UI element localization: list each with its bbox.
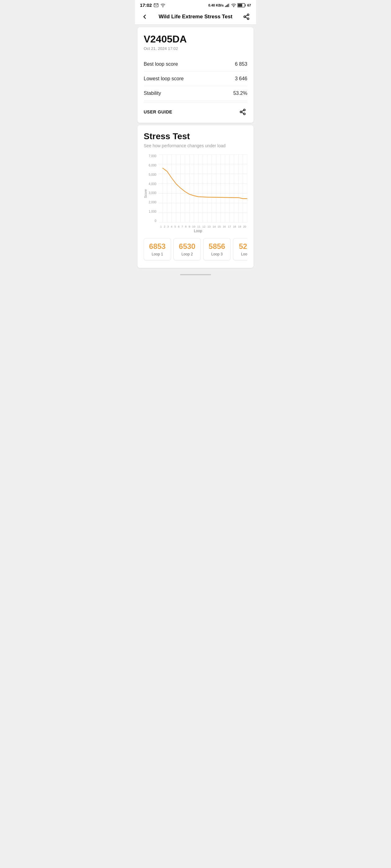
best-loop-row: Best loop score 6 853 (144, 57, 247, 72)
battery-level: 67 (247, 3, 251, 7)
share-icon-card (239, 108, 246, 115)
svg-line-20 (242, 111, 244, 112)
svg-rect-9 (245, 4, 246, 6)
wifi-alt-icon (161, 3, 165, 8)
status-time: 17:02 (140, 2, 152, 8)
svg-line-14 (246, 17, 247, 18)
signal-icon (225, 3, 230, 7)
loop-2-score: 6530 (177, 242, 197, 251)
email-icon (153, 3, 159, 8)
status-right: 0.40 KB/s 67 (208, 3, 251, 7)
svg-point-1 (163, 6, 163, 7)
best-loop-value: 6 853 (235, 61, 247, 67)
loop-1-label: Loop 1 (147, 252, 168, 256)
stability-row: Stability 53.2% (144, 86, 247, 101)
stress-test-subtitle: See how performance changes under load (144, 143, 247, 148)
loop-4-score: 52… (236, 242, 247, 251)
loop-4-label: Loop 4 (236, 252, 247, 256)
svg-rect-3 (226, 5, 226, 7)
loop-card-2: 6530 Loop 2 (173, 238, 201, 260)
svg-rect-6 (229, 3, 230, 7)
svg-rect-2 (225, 6, 226, 7)
y-axis-ticks: 7,000 6,000 5,000 4,000 3,000 2,000 1,00… (149, 154, 158, 223)
device-name: V2405DA (144, 33, 247, 45)
back-button[interactable] (140, 12, 149, 21)
user-guide-row[interactable]: USER GUIDE (144, 102, 247, 117)
svg-point-7 (233, 7, 234, 7)
device-info-card: V2405DA Oct 21, 2024 17:02 Best loop sco… (137, 27, 254, 123)
wifi-icon (231, 3, 236, 7)
loop-card-4: 52… Loop 4 (233, 238, 247, 260)
y-axis-label: Score (144, 154, 147, 233)
svg-line-15 (246, 15, 247, 17)
stress-test-title: Stress Test (144, 131, 247, 142)
user-guide-label: USER GUIDE (144, 110, 172, 114)
svg-line-19 (242, 112, 244, 114)
loop-2-label: Loop 2 (177, 252, 197, 256)
svg-rect-4 (227, 4, 227, 7)
share-icon-top (243, 13, 250, 20)
loop-3-label: Loop 3 (207, 252, 227, 256)
stability-value: 53.2% (233, 91, 247, 96)
stress-test-card: Stress Test See how performance changes … (137, 125, 254, 268)
lowest-loop-label: Lowest loop score (144, 76, 184, 82)
lowest-loop-value: 3 646 (235, 76, 247, 82)
status-left: 17:02 (140, 2, 165, 8)
loop-card-3: 5856 Loop 3 (203, 238, 230, 260)
stability-label: Stability (144, 91, 161, 96)
network-speed: 0.40 KB/s (208, 3, 224, 7)
chart-inner: 7,000 6,000 5,000 4,000 3,000 2,000 1,00… (149, 154, 247, 224)
nav-title: Wild Life Extreme Stress Test (159, 13, 232, 20)
share-button-card[interactable] (238, 107, 247, 117)
home-indicator (180, 274, 211, 275)
chart-area: 7,000 6,000 5,000 4,000 3,000 2,000 1,00… (149, 154, 247, 233)
loop-3-score: 5856 (207, 242, 227, 251)
loop-cards: 6853 Loop 1 6530 Loop 2 5856 Loop 3 52… … (144, 238, 247, 261)
bottom-bar (135, 270, 256, 279)
loop-1-score: 6853 (147, 242, 168, 251)
status-bar: 17:02 0.40 KB/s 67 (135, 0, 256, 9)
chart-svg (158, 154, 247, 223)
device-date: Oct 21, 2024 17:02 (144, 46, 247, 51)
svg-rect-10 (238, 4, 242, 6)
loop-card-1: 6853 Loop 1 (144, 238, 171, 260)
lowest-loop-row: Lowest loop score 3 646 (144, 72, 247, 86)
x-axis-labels: 1 2 3 4 5 6 7 8 9 10 11 12 13 14 15 16 1… (149, 225, 247, 228)
battery-icon (238, 3, 246, 7)
svg-rect-5 (228, 4, 228, 7)
chart-svg-wrap (158, 154, 247, 224)
best-loop-label: Best loop score (144, 61, 178, 67)
chart-container: Score 7,000 6,000 5,000 4,000 3,000 2,00… (144, 154, 247, 233)
chart-line (163, 168, 247, 198)
back-icon (141, 13, 148, 20)
top-nav: Wild Life Extreme Stress Test (135, 9, 256, 25)
share-button-top[interactable] (242, 12, 251, 21)
x-axis-title: Loop (149, 229, 247, 233)
